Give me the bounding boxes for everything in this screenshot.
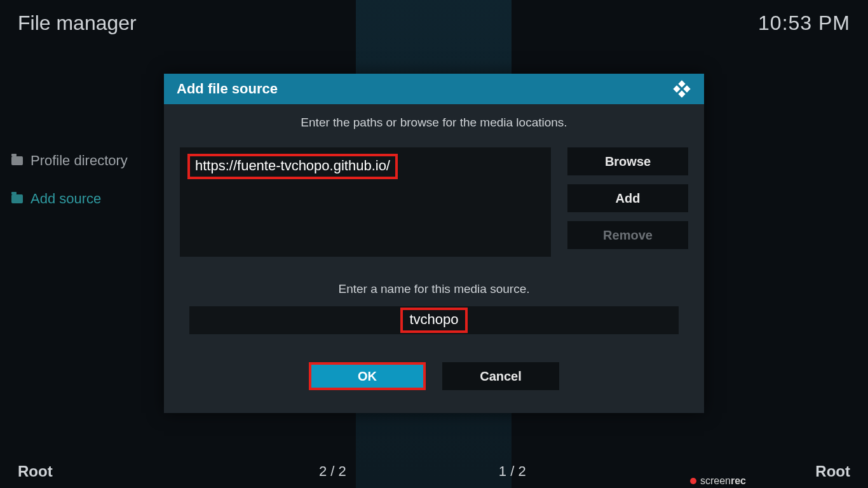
sidebar-item-add-source[interactable]: Add source: [11, 191, 128, 207]
ok-button-label: OK: [358, 369, 377, 384]
path-input[interactable]: https://fuente-tvchopo.github.io/: [180, 147, 551, 257]
add-button[interactable]: Add: [567, 184, 688, 212]
sidebar-item-label: Profile directory: [31, 152, 128, 169]
kodi-logo-icon: [672, 79, 691, 98]
add-file-source-dialog: Add file source Enter the paths or brows…: [164, 74, 704, 413]
sidebar-item-label: Add source: [31, 191, 101, 207]
name-instruction: Enter a name for this media source.: [180, 282, 688, 296]
add-button-label: Add: [616, 191, 641, 206]
paths-instruction: Enter the paths or browse for the media …: [180, 116, 688, 130]
paths-row: https://fuente-tvchopo.github.io/ Browse…: [180, 147, 688, 257]
remove-button-label: Remove: [603, 228, 653, 243]
path-buttons-column: Browse Add Remove: [567, 147, 688, 257]
dialog-title: Add file source: [177, 81, 278, 97]
sidebar-item-profile-directory[interactable]: Profile directory: [11, 152, 128, 169]
cancel-button-label: Cancel: [480, 369, 522, 384]
screenrec-watermark: screenrec: [690, 475, 746, 487]
svg-rect-0: [678, 80, 685, 87]
record-dot-icon: [690, 478, 696, 484]
cancel-button[interactable]: Cancel: [442, 362, 559, 390]
folder-icon: [11, 156, 23, 165]
folder-icon: [11, 194, 23, 203]
path-url-value: https://fuente-tvchopo.github.io/: [187, 154, 398, 179]
ok-button[interactable]: OK: [309, 362, 426, 390]
svg-rect-1: [673, 85, 680, 92]
source-name-input[interactable]: tvchopo: [189, 306, 679, 334]
remove-button: Remove: [567, 221, 688, 249]
watermark-part2: rec: [731, 475, 746, 486]
dialog-action-buttons: OK Cancel: [180, 362, 688, 390]
page-title: File manager: [18, 11, 137, 35]
source-name-value: tvchopo: [400, 308, 467, 333]
top-bar: File manager 10:53 PM: [0, 0, 868, 35]
svg-rect-2: [683, 85, 690, 92]
footer-root-left: Root: [18, 463, 278, 480]
watermark-part1: screen: [700, 475, 731, 486]
svg-rect-3: [678, 90, 685, 97]
sidebar: Profile directory Add source: [11, 152, 128, 207]
footer-counter-right: 1 / 2: [499, 463, 526, 480]
browse-button[interactable]: Browse: [567, 147, 688, 175]
footer-counter-left: 2 / 2: [319, 463, 346, 480]
dialog-header: Add file source: [164, 74, 704, 104]
dialog-body: Enter the paths or browse for the media …: [164, 104, 704, 413]
footer-root-right: Root: [774, 463, 850, 480]
browse-button-label: Browse: [605, 154, 651, 169]
clock: 10:53 PM: [758, 11, 850, 35]
